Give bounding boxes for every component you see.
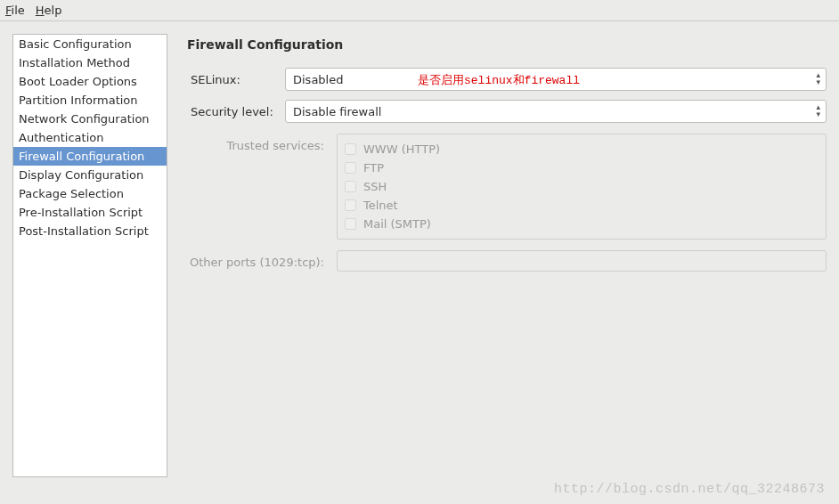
label-security-level: Security level: — [187, 105, 285, 118]
sidebar-item-pre-installation-script[interactable]: Pre-Installation Script — [13, 203, 167, 222]
menu-file[interactable]: File — [5, 4, 25, 17]
label-other-ports: Other ports (1029:tcp): — [187, 250, 337, 272]
row-trusted-services: Trusted services: WWW (HTTP) FTP SSH Tel… — [187, 134, 827, 240]
sidebar-item-partition-information[interactable]: Partition Information — [13, 91, 167, 110]
sidebar-item-package-selection[interactable]: Package Selection — [13, 184, 167, 203]
sidebar: Basic Configuration Installation Method … — [12, 34, 167, 477]
trusted-services-box: WWW (HTTP) FTP SSH Telnet Mail (SMTP) — [337, 134, 827, 240]
check-ftp: FTP — [345, 159, 819, 177]
checkbox-ftp — [345, 162, 356, 174]
checkbox-www — [345, 143, 356, 155]
sidebar-item-display-configuration[interactable]: Display Configuration — [13, 166, 167, 184]
input-other-ports — [337, 250, 827, 272]
sidebar-item-firewall-configuration[interactable]: Firewall Configuration — [13, 147, 167, 166]
sidebar-item-boot-loader-options[interactable]: Boot Loader Options — [13, 72, 167, 91]
main-panel: Firewall Configuration SELinux: Disabled… — [187, 34, 827, 477]
page-title: Firewall Configuration — [187, 37, 827, 52]
chevron-updown-icon: ▴▾ — [816, 71, 820, 85]
row-other-ports: Other ports (1029:tcp): — [187, 250, 827, 272]
row-selinux: SELinux: Disabled 是否启用selinux和firewall ▴… — [187, 68, 827, 91]
chevron-updown-icon: ▴▾ — [816, 103, 820, 118]
label-selinux: SELinux: — [187, 73, 285, 86]
combo-selinux[interactable]: Disabled 是否启用selinux和firewall ▴▾ — [285, 68, 827, 91]
disabled-section: Trusted services: WWW (HTTP) FTP SSH Tel… — [187, 134, 827, 272]
checkbox-telnet — [345, 199, 356, 211]
annotation-text: 是否启用selinux和firewall — [418, 69, 580, 92]
check-ssh: SSH — [345, 177, 819, 196]
menu-help[interactable]: Help — [36, 4, 62, 17]
checkbox-ssh — [345, 181, 356, 192]
check-mail: Mail (SMTP) — [345, 215, 819, 233]
check-telnet: Telnet — [345, 196, 819, 215]
combo-security-level[interactable]: Disable firewall ▴▾ — [285, 100, 827, 123]
check-www: WWW (HTTP) — [345, 140, 819, 159]
sidebar-item-installation-method[interactable]: Installation Method — [13, 53, 167, 72]
watermark: http://blog.csdn.net/qq_32248673 — [554, 482, 825, 497]
main-container: Basic Configuration Installation Method … — [0, 21, 839, 490]
menubar: File Help — [0, 0, 839, 21]
row-security-level: Security level: Disable firewall ▴▾ — [187, 100, 827, 123]
sidebar-item-basic-configuration[interactable]: Basic Configuration — [13, 35, 167, 53]
checkbox-mail — [345, 218, 356, 230]
combo-security-value: Disable firewall — [293, 105, 381, 118]
combo-selinux-value: Disabled — [293, 73, 343, 86]
sidebar-item-authentication[interactable]: Authentication — [13, 128, 167, 147]
sidebar-item-post-installation-script[interactable]: Post-Installation Script — [13, 222, 167, 240]
label-trusted-services: Trusted services: — [187, 134, 337, 240]
sidebar-item-network-configuration[interactable]: Network Configuration — [13, 110, 167, 128]
